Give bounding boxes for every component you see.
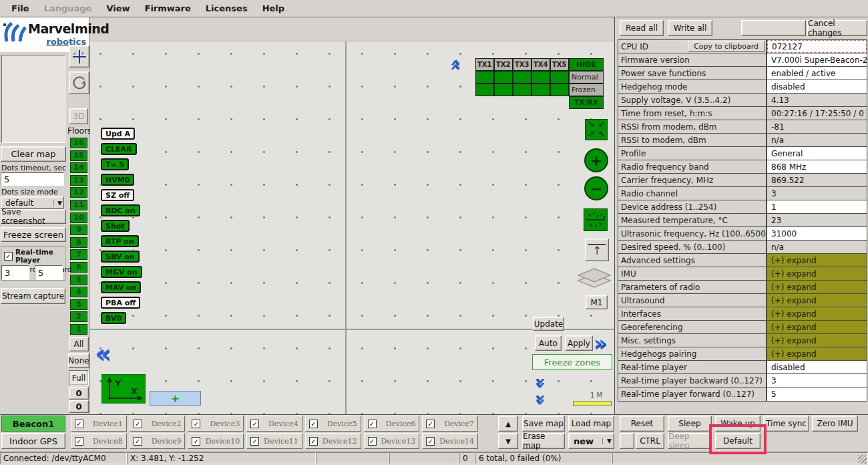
auto-button[interactable]: Auto [535, 335, 562, 351]
ctrl-button[interactable]: CTRL [636, 433, 664, 449]
m1-mode-button[interactable]: M1 [586, 295, 608, 309]
beacon1-tab[interactable]: Beacon1 [1, 416, 65, 432]
device-checkbox[interactable]: ✓ [134, 420, 142, 428]
dots-timeout-input[interactable]: 5 [1, 172, 64, 186]
device-checkbox[interactable]: ✓ [368, 437, 377, 446]
setting-value[interactable]: 5 [767, 388, 867, 401]
device-button-device4[interactable]: ✓Device4 [246, 416, 302, 432]
floor-button-11[interactable]: 11 [70, 200, 87, 210]
add-submap-button[interactable]: + [150, 391, 201, 406]
map-button-t-5[interactable]: T= 5 [101, 158, 129, 170]
device-checkbox[interactable]: ✓ [134, 437, 142, 446]
blank-button[interactable] [741, 20, 806, 36]
device-checkbox[interactable]: ✓ [426, 437, 435, 446]
floor-offset-up-button[interactable]: 0 [69, 387, 89, 400]
device-checkbox[interactable]: ✓ [250, 437, 259, 446]
device-button-device8[interactable]: ✓Device8 [71, 433, 127, 449]
setting-value[interactable]: (+) expand [767, 347, 867, 360]
floor-button-14[interactable]: 14 [70, 162, 87, 173]
sleep-button[interactable]: Sleep [668, 416, 712, 432]
device-button-device2[interactable]: ✓Device2 [130, 416, 186, 432]
devices-scroll-down-button[interactable]: ▼ [498, 433, 518, 449]
setting-value[interactable]: 868 MHz [767, 160, 867, 173]
device-checkbox[interactable]: ✓ [75, 437, 83, 446]
floor-button-6[interactable]: 6 [70, 262, 87, 273]
tx-cell[interactable] [494, 71, 513, 84]
fit-to-screen-icon[interactable]: ↘↙↗↖ [585, 119, 608, 140]
tx-mode-normal[interactable]: Normal [569, 71, 604, 84]
device-button-device3[interactable]: ✓Device3 [188, 416, 244, 432]
menu-item-help[interactable]: Help [255, 1, 292, 15]
map-button-mav-on[interactable]: MAV on [101, 281, 141, 293]
floor-button-13[interactable]: 13 [70, 175, 87, 186]
ctrl-checkbox[interactable] [620, 433, 634, 449]
setting-value[interactable]: (+) expand [767, 307, 867, 320]
tx-mode-frozen[interactable]: Frozen [569, 84, 604, 96]
map-button-clear[interactable]: CLEAR [101, 143, 137, 155]
tx-cell[interactable] [513, 84, 531, 96]
chevron-double-down-icon-2[interactable]: « [530, 395, 548, 406]
rotate-map-button[interactable] [69, 71, 89, 94]
setting-value[interactable]: (+) expand [767, 267, 867, 280]
tx-cell[interactable] [475, 71, 494, 84]
tx-cell[interactable] [550, 84, 569, 96]
apply-button[interactable]: Apply [565, 335, 593, 351]
realtime-player-checkbox[interactable]: ✓ [4, 252, 13, 261]
forward-input[interactable]: 5 [35, 265, 63, 280]
write-all-button[interactable]: Write all [668, 20, 712, 36]
clear-map-button[interactable]: Clear map [1, 146, 66, 162]
device-button-device9[interactable]: ✓Device9 [130, 433, 186, 449]
devices-scroll-up-button[interactable]: ▲ [498, 416, 518, 432]
floor-button-15[interactable]: 15 [70, 150, 87, 161]
floor-button-7[interactable]: 7 [70, 249, 87, 260]
device-checkbox[interactable]: ✓ [309, 420, 318, 428]
map-select-dropdown[interactable]: new ▼ [568, 433, 614, 449]
copy-to-clipboard-button[interactable]: Copy to clipboard [688, 41, 765, 52]
dots-display-icon[interactable] [584, 208, 608, 231]
device-checkbox[interactable]: ✓ [192, 437, 200, 446]
floor-offset-down-button[interactable]: 0 [69, 400, 89, 413]
tx-cell[interactable] [550, 71, 569, 84]
indoor-gps-tab[interactable]: Indoor GPS [1, 433, 65, 449]
tx-cell[interactable] [531, 71, 550, 84]
floors-all-button[interactable]: All [69, 337, 89, 351]
floor-button-2[interactable]: 2 [70, 311, 87, 322]
tx-hide-button[interactable]: HIDE [569, 58, 604, 71]
map-button-hvm0[interactable]: HVM0 [101, 174, 134, 186]
tx-header-tx3[interactable]: TX3 [513, 58, 531, 71]
floor-button-12[interactable]: 12 [70, 187, 87, 198]
tx-cell[interactable] [475, 84, 494, 96]
device-button-device6[interactable]: ✓Device6 [364, 416, 420, 432]
zoom-out-button[interactable]: − [584, 176, 608, 200]
device-checkbox[interactable]: ✓ [250, 420, 259, 428]
map-button-mgv-on[interactable]: MGV on [101, 266, 142, 278]
floors-none-button[interactable]: None [68, 353, 89, 368]
floor-button-10[interactable]: 10 [70, 212, 87, 223]
tx-cell[interactable] [531, 84, 550, 96]
floor-button-1[interactable]: 1 [70, 324, 87, 335]
setting-value[interactable]: 31000 [767, 227, 867, 240]
device-button-device5[interactable]: ✓Device5 [305, 416, 361, 432]
device-checkbox[interactable]: ✓ [75, 420, 83, 428]
floor-button-3[interactable]: 3 [70, 299, 87, 310]
floor-button-16[interactable]: 16 [70, 138, 87, 148]
device-button-device7[interactable]: ✓Device7 [422, 416, 478, 432]
floor-button-4[interactable]: 4 [70, 287, 87, 297]
map-button-sz-off[interactable]: SZ off [101, 189, 134, 201]
setting-value[interactable]: 072127 [767, 40, 867, 53]
tx-header-tx2[interactable]: TX2 [494, 58, 513, 71]
menu-item-file[interactable]: File [4, 1, 37, 15]
map-button-sbv-on[interactable]: SBV on [101, 251, 140, 263]
tx-sectors-table[interactable]: TX1TX2TX3TX4TX5HIDENormalFrozenTX/RX [475, 58, 604, 109]
device-button-device13[interactable]: ✓Device13 [364, 433, 420, 449]
setting-value[interactable]: (+) expand [767, 254, 867, 267]
setting-value[interactable]: (+) expand [767, 294, 867, 307]
device-button-device14[interactable]: ✓Device14 [422, 433, 478, 449]
tx-cell[interactable] [513, 71, 531, 84]
save-map-button[interactable]: Save map [522, 416, 565, 432]
device-button-device11[interactable]: ✓Device11 [246, 433, 302, 449]
floors-full-button[interactable]: Full [69, 370, 89, 385]
tx-header-tx1[interactable]: TX1 [475, 58, 494, 71]
freeze-zones-button[interactable]: Freeze zones [532, 354, 612, 370]
chevron-double-right-icon[interactable]: » [594, 333, 607, 353]
